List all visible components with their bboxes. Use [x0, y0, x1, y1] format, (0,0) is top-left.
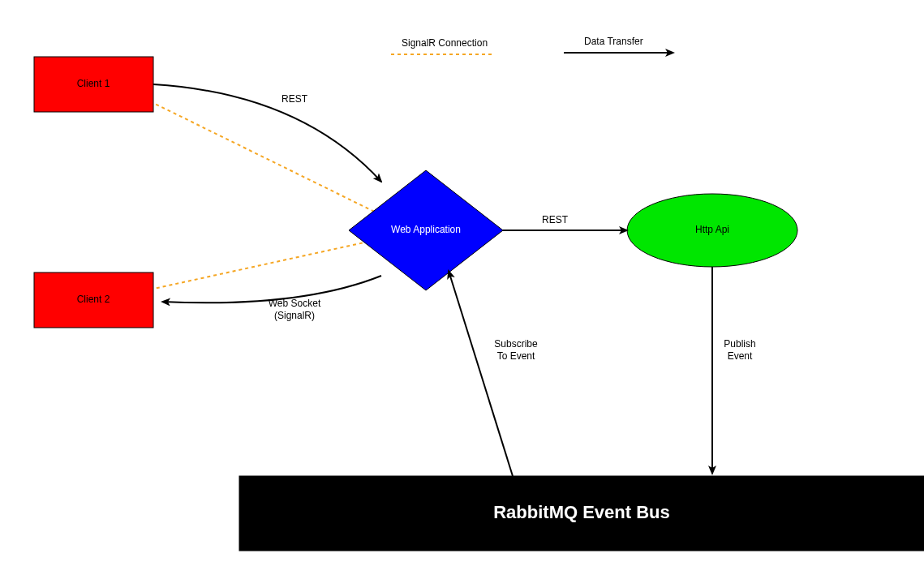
node-client2: Client 2: [34, 272, 153, 328]
node-httpapi-label: Http Api: [695, 224, 729, 235]
edge-publish-label-2: Event: [728, 350, 753, 362]
node-client2-label: Client 2: [77, 294, 110, 305]
node-httpapi: Http Api: [627, 194, 797, 267]
edge-subscribe-label-2: To Event: [497, 350, 535, 362]
node-webapp: Web Application: [349, 170, 503, 290]
node-eventbus-label: RabbitMQ Event Bus: [493, 502, 670, 522]
edge-webapp-httpapi-label: REST: [542, 214, 569, 225]
node-eventbus: RabbitMQ Event Bus: [239, 476, 924, 551]
edge-webapp-client2-label-2: (SignalR): [274, 310, 315, 321]
edge-webapp-client2-label-1: Web Socket: [269, 298, 321, 309]
edge-client1-webapp-label: REST: [281, 93, 308, 105]
edge-eventbus-webapp: [449, 271, 513, 476]
diagram-canvas: SignalR Connection Data Transfer Client …: [0, 0, 924, 575]
signalr-line-client2: [150, 235, 398, 290]
legend-data-transfer-label: Data Transfer: [584, 36, 643, 47]
node-client1-label: Client 1: [77, 78, 110, 89]
legend: SignalR Connection Data Transfer: [391, 36, 673, 54]
edge-client1-webapp: [153, 84, 381, 182]
node-client1: Client 1: [34, 57, 153, 112]
legend-signalr-label: SignalR Connection: [402, 37, 488, 49]
edge-publish-label-1: Publish: [724, 338, 755, 350]
edge-subscribe-label-1: Subscribe: [494, 338, 538, 350]
node-webapp-label: Web Application: [391, 224, 461, 235]
